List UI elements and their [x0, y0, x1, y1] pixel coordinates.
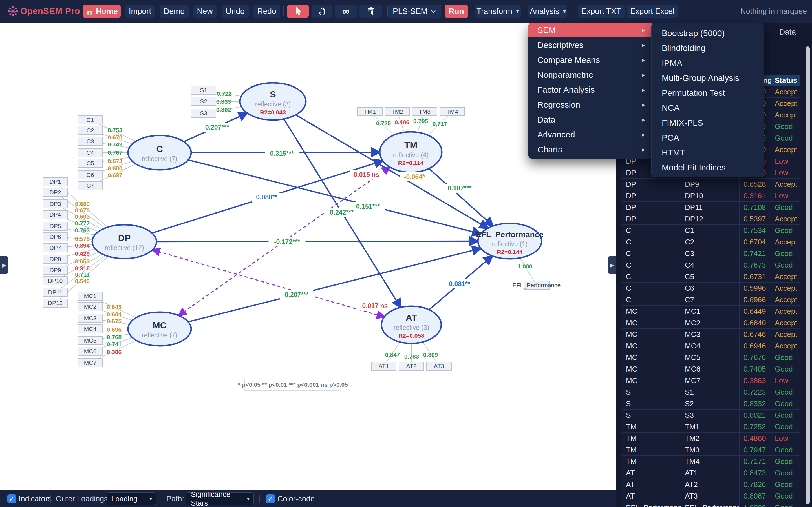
import-button[interactable]: Import	[125, 4, 154, 18]
redo-button[interactable]: Redo	[253, 4, 280, 18]
indicator-box[interactable]: DP12	[43, 299, 67, 307]
table-row[interactable]: CC20.6704Accept	[622, 236, 800, 248]
indicator-box[interactable]: C6	[78, 171, 102, 179]
submenu-item-bootstrap-5000-[interactable]: Bootstrap (5000)	[652, 25, 764, 41]
table-row[interactable]: MCMC20.6840Accept	[622, 317, 800, 329]
indicator-box[interactable]: DP5	[43, 222, 67, 230]
latent-node-C[interactable]: Creflective (7)	[128, 135, 191, 170]
menu-item-advanced[interactable]: Advanced▸	[528, 127, 653, 142]
indicator-box[interactable]: MC2	[78, 302, 102, 311]
indicator-box[interactable]: DP10	[43, 277, 67, 285]
table-row[interactable]: DPDP90.6528Accept	[622, 179, 800, 190]
menu-item-regression[interactable]: Regression▸	[528, 97, 653, 112]
submenu-item-fimix-pls[interactable]: FIMIX-PLS	[652, 115, 764, 130]
table-row[interactable]: TMTM30.7947Good	[622, 444, 800, 456]
table-row[interactable]: CC50.6731Accept	[622, 271, 800, 283]
submenu-item-ipma[interactable]: IPMA	[652, 55, 764, 70]
indicator-box[interactable]: DP8	[43, 255, 67, 263]
export-txt-button[interactable]: Export TXT	[578, 4, 624, 18]
indicator-box[interactable]: AT3	[426, 362, 451, 371]
table-row[interactable]: SS10.7223Good	[622, 386, 800, 398]
menu-item-descriptives[interactable]: Descriptives▸	[528, 38, 653, 52]
pan-tool-button[interactable]	[312, 4, 332, 18]
right-panel-toggle-button[interactable]: ▶	[608, 256, 616, 274]
latent-node-AT[interactable]: ATreflective (3)R2=0.058	[382, 306, 441, 343]
indicator-box[interactable]: C7	[78, 181, 102, 190]
indicator-box[interactable]: EFL_Performance	[513, 281, 560, 290]
run-button[interactable]: Run	[445, 4, 468, 18]
table-row[interactable]: EFL_PerformanceEFL_Performance1.0000Good	[622, 502, 800, 507]
analysis-menu-button[interactable]: Analysis▾	[528, 4, 567, 18]
column-header[interactable]: Status	[771, 75, 800, 86]
submenu-item-multi-group-analysis[interactable]: Multi-Group Analysis	[652, 70, 764, 86]
path-TM-EFL[interactable]	[429, 168, 493, 226]
indicator-box[interactable]: MC4	[78, 325, 102, 333]
menu-item-factor-analysis[interactable]: Factor Analysis▸	[528, 82, 653, 97]
indicator-box[interactable]: S2	[191, 97, 216, 106]
table-row[interactable]: SS20.8332Good	[622, 398, 800, 409]
home-button[interactable]: Home	[83, 4, 121, 18]
indicators-checkbox[interactable]: ✓	[7, 494, 16, 503]
table-row[interactable]: MCMC30.6746Accept	[622, 329, 800, 340]
table-row[interactable]: TMTM40.7171Good	[622, 456, 800, 467]
latent-node-DP[interactable]: DPreflective (12)	[92, 225, 156, 259]
table-row[interactable]: CC10.7534Good	[622, 225, 800, 236]
indicator-box[interactable]: DP11	[43, 288, 67, 297]
indicator-box[interactable]: C2	[78, 126, 102, 135]
indicator-box[interactable]: C4	[78, 149, 102, 157]
indicator-box[interactable]: DP9	[43, 266, 67, 274]
indicator-box[interactable]: MC5	[78, 336, 102, 345]
submenu-item-blindfolding[interactable]: Blindfolding	[652, 41, 764, 55]
indicator-box[interactable]: TM1	[357, 107, 382, 116]
path-C-EFL[interactable]	[188, 160, 481, 234]
tab-data[interactable]: Data	[774, 26, 801, 38]
indicator-box[interactable]: TM3	[412, 107, 437, 116]
indicator-box[interactable]: S3	[191, 109, 216, 117]
indicator-box[interactable]: DP1	[43, 177, 67, 186]
table-row[interactable]: SS30.8021Good	[622, 409, 800, 421]
path-style-select[interactable]: Significance Stars▾	[186, 492, 254, 505]
menu-item-charts[interactable]: Charts▸	[528, 142, 653, 157]
submenu-item-model-fit-indices[interactable]: Model Fit Indices	[652, 160, 764, 175]
table-row[interactable]: ATAT30.8087Good	[622, 490, 800, 502]
indicator-box[interactable]: DP2	[43, 188, 67, 196]
export-excel-button[interactable]: Export Excel	[627, 4, 678, 18]
table-row[interactable]: DPDP110.7108Good	[622, 202, 800, 213]
menu-item-compare-means[interactable]: Compare Means▸	[528, 52, 653, 67]
table-row[interactable]: TMTM10.7252Good	[622, 421, 800, 433]
table-row[interactable]: MCMC50.7676Good	[622, 352, 800, 363]
table-row[interactable]: MCMC70.3863Low	[622, 375, 800, 386]
sem-diagram[interactable]: Sreflective (3)R2=0.043Creflective (7)TM…	[0, 22, 616, 490]
latent-node-S[interactable]: Sreflective (3)R2=0.043	[240, 83, 306, 120]
sem-diagram-canvas[interactable]: Sreflective (3)R2=0.043Creflective (7)TM…	[0, 22, 616, 490]
undo-button[interactable]: Undo	[221, 4, 249, 18]
latent-node-MC[interactable]: MCreflective (7)	[128, 312, 191, 346]
new-button[interactable]: New	[193, 4, 216, 18]
model-type-select[interactable]: PLS-SEM	[388, 4, 441, 18]
table-scrollbar[interactable]	[806, 47, 810, 504]
indicator-box[interactable]: MC1	[78, 292, 102, 300]
latent-node-TM[interactable]: TMreflective (4)R2=0.114	[380, 132, 442, 172]
indicator-box[interactable]: C3	[78, 137, 102, 146]
menu-item-sem[interactable]: SEM▸	[528, 22, 653, 38]
menu-item-nonparametric[interactable]: Nonparametric▸	[528, 67, 653, 82]
table-row[interactable]: TMTM20.4860Low	[622, 433, 800, 444]
table-row[interactable]: CC70.6966Accept	[622, 294, 800, 305]
indicator-box[interactable]: TM2	[385, 107, 410, 116]
indicator-box[interactable]: AT1	[371, 362, 396, 371]
left-panel-toggle-button[interactable]: ▶	[0, 256, 8, 274]
indicator-box[interactable]: C5	[78, 159, 102, 168]
transform-menu-button[interactable]: Transform▾	[475, 4, 521, 18]
indicator-box[interactable]: MC7	[78, 358, 102, 367]
outer-loadings-select[interactable]: Loading▾	[107, 492, 156, 505]
table-row[interactable]: MCMC10.6449Accept	[622, 305, 800, 317]
delete-tool-button[interactable]	[359, 4, 382, 18]
submenu-item-permutation-test[interactable]: Permutation Test	[652, 86, 764, 100]
path-DP-AT[interactable]	[153, 250, 384, 317]
indicator-box[interactable]: S1	[191, 86, 216, 94]
demo-button[interactable]: Demo	[160, 4, 189, 18]
table-row[interactable]: CC30.7421Good	[622, 248, 800, 260]
indicator-box[interactable]: TM4	[440, 107, 465, 116]
table-row[interactable]: MCMC40.6946Accept	[622, 340, 800, 352]
color-code-checkbox[interactable]: ✓	[266, 494, 275, 503]
